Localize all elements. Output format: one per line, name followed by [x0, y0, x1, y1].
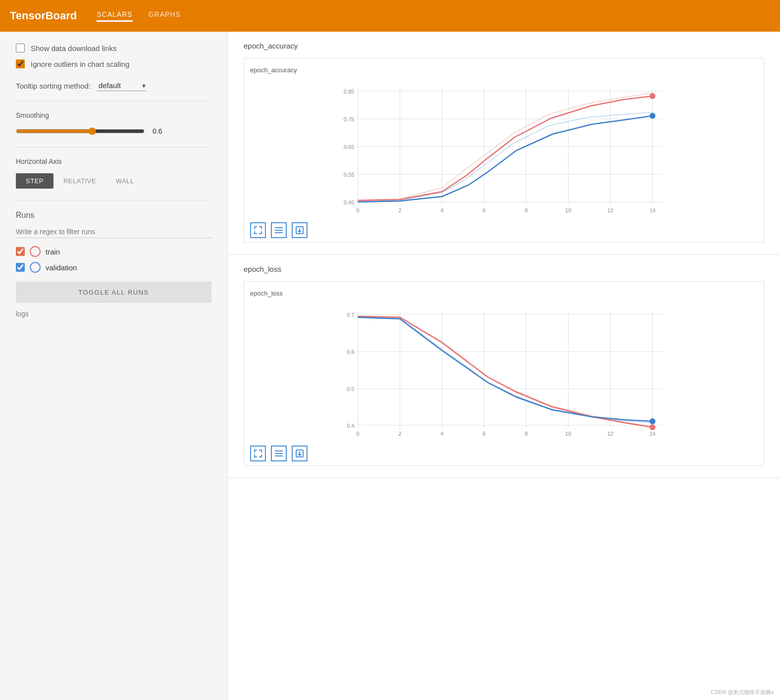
ignore-outliers-checkbox[interactable]: [16, 59, 25, 68]
svg-point-57: [650, 424, 656, 430]
axis-relative-btn[interactable]: RELATIVE: [53, 173, 106, 189]
show-download-row[interactable]: Show data download links: [16, 44, 211, 52]
ignore-outliers-row[interactable]: Ignore outliers in chart scaling: [16, 59, 211, 68]
run-train-circle: [30, 246, 41, 257]
runs-filter-input[interactable]: [16, 226, 211, 238]
svg-text:0.75: 0.75: [344, 116, 354, 122]
app-logo: TensorBoard: [10, 9, 77, 22]
nav-scalars[interactable]: SCALARS: [97, 10, 132, 22]
svg-text:0.4: 0.4: [347, 423, 354, 429]
app-header: TensorBoard SCALARS GRAPHS: [0, 0, 780, 32]
svg-text:4: 4: [440, 431, 443, 437]
axis-buttons: STEP RELATIVE WALL: [16, 173, 211, 189]
epoch-accuracy-card-title: epoch_accuracy: [250, 66, 758, 74]
epoch-accuracy-icons: [250, 222, 758, 238]
main-layout: Show data download links Ignore outliers…: [0, 32, 780, 700]
svg-text:0.45: 0.45: [344, 200, 354, 205]
logs-label: logs: [16, 310, 211, 318]
svg-text:4: 4: [440, 207, 443, 213]
svg-text:12: 12: [607, 431, 613, 437]
nav-graphs[interactable]: GRAPHS: [149, 10, 181, 22]
epoch-loss-section: epoch_loss epoch_loss 0.7 0.6 0.5 0.4: [228, 255, 780, 478]
epoch-accuracy-title: epoch_accuracy: [244, 42, 764, 50]
axis-wall-btn[interactable]: WALL: [106, 173, 144, 189]
svg-text:2: 2: [398, 431, 401, 437]
svg-point-26: [650, 93, 656, 99]
svg-text:12: 12: [607, 207, 613, 213]
run-validation-checkbox[interactable]: [16, 263, 25, 272]
svg-text:2: 2: [398, 207, 401, 213]
run-item-train: train: [16, 246, 211, 257]
svg-text:8: 8: [524, 431, 527, 437]
epoch-loss-title: epoch_loss: [244, 265, 764, 273]
menu-loss-icon[interactable]: [271, 446, 287, 461]
watermark: CSDN @美式咖啡不加糖x: [711, 689, 774, 696]
toggle-all-runs-button[interactable]: TOGGLE ALL RUNS: [16, 282, 211, 303]
run-item-validation: validation: [16, 262, 211, 273]
axis-section: Horizontal Axis STEP RELATIVE WALL: [16, 157, 211, 189]
svg-text:10: 10: [565, 431, 571, 437]
expand-icon[interactable]: [250, 222, 266, 238]
ignore-outliers-label: Ignore outliers in chart scaling: [31, 60, 129, 68]
expand-loss-icon[interactable]: [250, 446, 266, 461]
runs-section: Runs train validation TOGGLE ALL RUNS lo…: [16, 211, 211, 318]
tooltip-select-wrapper[interactable]: default ascending descending nearest: [97, 80, 147, 91]
run-validation-label: validation: [46, 263, 77, 272]
run-train-label: train: [46, 248, 60, 256]
main-nav: SCALARS GRAPHS: [97, 10, 180, 22]
svg-text:10: 10: [565, 207, 571, 213]
svg-text:0.7: 0.7: [347, 312, 354, 318]
tooltip-label: Tooltip sorting method:: [16, 82, 91, 90]
run-train-checkbox[interactable]: [16, 247, 25, 256]
download-icon[interactable]: [292, 222, 308, 238]
svg-text:0: 0: [356, 207, 359, 213]
svg-text:6: 6: [482, 207, 485, 213]
main-content: epoch_accuracy epoch_accuracy 0.85 0.75: [228, 32, 780, 700]
svg-text:6: 6: [482, 431, 485, 437]
svg-text:14: 14: [649, 207, 655, 213]
epoch-loss-chart: 0.7 0.6 0.5 0.4: [250, 302, 758, 441]
download-loss-icon[interactable]: [292, 446, 308, 461]
axis-label: Horizontal Axis: [16, 157, 211, 165]
epoch-loss-icons: [250, 446, 758, 461]
epoch-accuracy-card: epoch_accuracy 0.85 0.75 0.65 0.5: [244, 58, 764, 243]
sidebar: Show data download links Ignore outliers…: [0, 32, 228, 700]
svg-text:14: 14: [649, 431, 655, 437]
svg-text:0.5: 0.5: [347, 386, 354, 392]
epoch-loss-card-title: epoch_loss: [250, 290, 758, 297]
smoothing-value: 0.6: [153, 127, 167, 135]
epoch-loss-card: epoch_loss 0.7 0.6 0.5 0.4: [244, 281, 764, 466]
epoch-accuracy-section: epoch_accuracy epoch_accuracy 0.85 0.75: [228, 32, 780, 255]
smoothing-section: Smoothing 0.6: [16, 111, 211, 135]
svg-text:0.65: 0.65: [344, 144, 354, 150]
show-download-checkbox[interactable]: [16, 44, 25, 52]
smoothing-label: Smoothing: [16, 111, 211, 119]
svg-text:0: 0: [356, 431, 359, 437]
runs-label: Runs: [16, 211, 211, 220]
tooltip-select[interactable]: default ascending descending nearest: [97, 80, 147, 91]
svg-text:8: 8: [524, 207, 527, 213]
smoothing-slider[interactable]: [16, 127, 145, 135]
tooltip-section: Tooltip sorting method: default ascendin…: [16, 80, 211, 91]
axis-step-btn[interactable]: STEP: [16, 173, 53, 189]
svg-text:0.55: 0.55: [344, 172, 354, 178]
options-section: Show data download links Ignore outliers…: [16, 44, 211, 68]
svg-point-58: [650, 418, 656, 424]
menu-icon[interactable]: [271, 222, 287, 238]
smoothing-row: 0.6: [16, 127, 211, 135]
svg-text:0.85: 0.85: [344, 89, 354, 95]
svg-text:0.6: 0.6: [347, 349, 354, 355]
epoch-accuracy-chart: 0.85 0.75 0.65 0.55 0.45: [250, 79, 758, 217]
run-validation-circle: [30, 262, 41, 273]
show-download-label: Show data download links: [31, 44, 116, 52]
svg-point-27: [650, 113, 656, 119]
